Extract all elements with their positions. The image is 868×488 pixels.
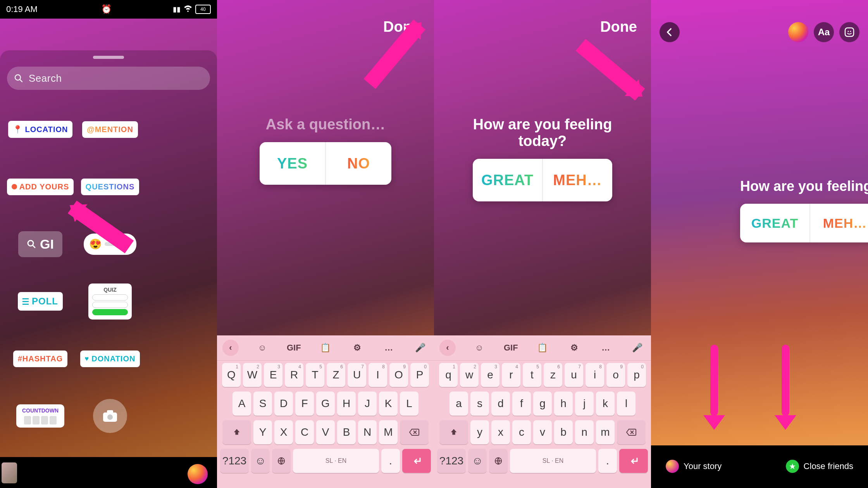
poll-sticker[interactable]: How are you feeling today? GREAT MEH… (473, 116, 612, 201)
key-y[interactable]: y (470, 420, 489, 444)
key-space[interactable]: SL · EN (510, 449, 596, 473)
key-U[interactable]: U7 (348, 363, 366, 387)
key-I[interactable]: I8 (369, 363, 387, 387)
poll-option-b[interactable]: NO (326, 142, 391, 185)
key-p[interactable]: p0 (627, 363, 646, 387)
share-close-friends[interactable]: ★ Close friends (778, 455, 861, 477)
sticker-icon[interactable]: ☺ (471, 340, 487, 356)
key-r[interactable]: r4 (502, 363, 520, 387)
key-numeric[interactable]: ?123 (437, 449, 466, 473)
key-enter[interactable] (619, 449, 648, 473)
key-V[interactable]: V (316, 420, 335, 444)
key-i[interactable]: i8 (586, 363, 604, 387)
key-n[interactable]: n (575, 420, 594, 444)
key-language[interactable] (489, 449, 508, 473)
mic-icon[interactable]: 🎤 (629, 340, 646, 356)
done-button[interactable]: Done (600, 19, 637, 35)
sticker-poll[interactable]: POLL (18, 292, 63, 311)
key-G[interactable]: G (316, 392, 335, 416)
key-N[interactable]: N (358, 420, 377, 444)
key-h[interactable]: h (554, 392, 573, 416)
key-l[interactable]: l (617, 392, 636, 416)
keyboard[interactable]: ‹☺GIF📋⚙…🎤Q1W2E3R4T5Z6U7I8O9P0ASDFGHJKLYX… (217, 335, 434, 488)
key-shift[interactable] (439, 420, 468, 444)
key-H[interactable]: H (337, 392, 356, 416)
sticker-quiz[interactable]: QUIZ (88, 284, 132, 320)
key-c[interactable]: c (512, 420, 531, 444)
key-z[interactable]: z6 (544, 363, 562, 387)
sticker-donation[interactable]: ♥DONATION (80, 351, 140, 367)
poll-option-a[interactable]: GREAT (473, 159, 543, 201)
key-B[interactable]: B (337, 420, 356, 444)
key-Z[interactable]: Z6 (327, 363, 345, 387)
gif-key[interactable]: GIF (286, 340, 302, 356)
key-P[interactable]: P0 (410, 363, 429, 387)
key-t[interactable]: t5 (523, 363, 541, 387)
key-L[interactable]: L (400, 392, 418, 416)
mic-icon[interactable]: 🎤 (412, 340, 429, 356)
gear-icon[interactable]: ⚙ (349, 340, 365, 356)
share-your-story[interactable]: Your story (658, 455, 729, 477)
key-j[interactable]: j (575, 392, 594, 416)
poll-sticker[interactable]: Ask a question… YES NO (260, 116, 391, 185)
key-language[interactable] (272, 449, 291, 473)
key-v[interactable]: v (533, 420, 552, 444)
gallery-thumbnail[interactable] (2, 462, 17, 483)
poll-question-placeholder[interactable]: Ask a question… (260, 116, 391, 133)
key-backspace[interactable] (617, 420, 646, 444)
key-a[interactable]: a (450, 392, 468, 416)
back-button[interactable] (660, 22, 680, 42)
sticker-hashtag[interactable]: #HASHTAG (13, 351, 68, 367)
poll-option-a[interactable]: YES (260, 142, 326, 185)
key-backspace[interactable] (400, 420, 429, 444)
key-period[interactable]: . (381, 449, 400, 473)
key-shift[interactable] (222, 420, 251, 444)
key-q[interactable]: q1 (439, 363, 458, 387)
key-R[interactable]: R4 (285, 363, 303, 387)
poll-question[interactable]: How are you feeling today? (473, 116, 612, 149)
key-C[interactable]: C (295, 420, 314, 444)
key-f[interactable]: f (512, 392, 531, 416)
key-S[interactable]: S (253, 392, 272, 416)
sticker-location[interactable]: 📍LOCATION (8, 121, 73, 138)
sticker-camera[interactable] (93, 399, 127, 433)
key-emoji[interactable]: ☺ (251, 449, 270, 473)
key-W[interactable]: W2 (243, 363, 262, 387)
sticker-addyours[interactable]: ADD YOURS (7, 179, 74, 195)
shutter-indicator[interactable] (188, 464, 208, 484)
key-Y[interactable]: Y (253, 420, 272, 444)
key-period[interactable]: . (598, 449, 617, 473)
key-T[interactable]: T5 (306, 363, 324, 387)
sticker-search[interactable]: Search (7, 67, 210, 90)
gear-icon[interactable]: ⚙ (566, 340, 582, 356)
effects-button[interactable] (788, 22, 808, 42)
key-A[interactable]: A (232, 392, 251, 416)
key-enter[interactable] (402, 449, 431, 473)
key-b[interactable]: b (554, 420, 573, 444)
sticker-mention[interactable]: @MENTION (82, 121, 138, 138)
key-m[interactable]: m (596, 420, 615, 444)
key-k[interactable]: k (596, 392, 615, 416)
poll-sticker[interactable]: How are you feeling today? GREAT MEH… (740, 178, 868, 242)
poll-option-a[interactable]: GREAT (740, 204, 810, 242)
key-d[interactable]: d (491, 392, 510, 416)
key-o[interactable]: o9 (606, 363, 625, 387)
keyboard-collapse-icon[interactable]: ‹ (439, 340, 456, 356)
key-K[interactable]: K (379, 392, 398, 416)
key-u[interactable]: u7 (565, 363, 583, 387)
key-F[interactable]: F (295, 392, 314, 416)
key-emoji[interactable]: ☺ (468, 449, 487, 473)
key-M[interactable]: M (379, 420, 398, 444)
more-icon[interactable]: … (381, 340, 397, 356)
text-tool-button[interactable]: Aa (814, 22, 834, 42)
keyboard[interactable]: ‹☺GIF📋⚙…🎤q1w2e3r4t5z6u7i8o9p0asdfghjklyx… (434, 335, 651, 488)
sticker-questions[interactable]: QUESTIONS (81, 179, 140, 195)
sticker-icon[interactable]: ☺ (254, 340, 270, 356)
poll-option-b[interactable]: MEH… (543, 159, 612, 201)
key-numeric[interactable]: ?123 (220, 449, 249, 473)
key-space[interactable]: SL · EN (293, 449, 379, 473)
poll-option-b[interactable]: MEH… (810, 204, 868, 242)
sticker-gif[interactable]: GI (18, 231, 62, 257)
key-D[interactable]: D (274, 392, 293, 416)
clipboard-icon[interactable]: 📋 (534, 340, 551, 356)
